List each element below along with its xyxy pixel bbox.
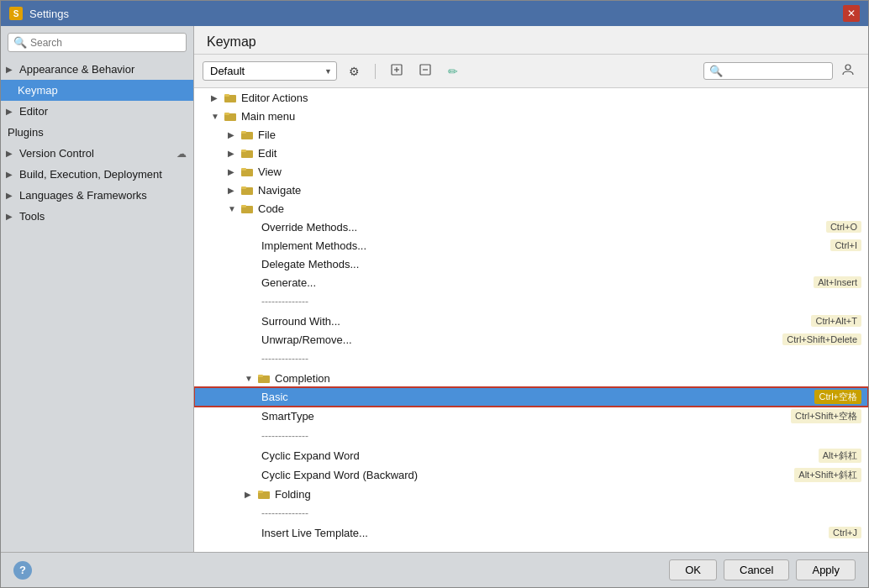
tree-row-cyclic-expand-word[interactable]: Cyclic Expand Word Alt+斜杠 (194, 446, 868, 465)
keymap-tree[interactable]: ▶ Editor Actions ▼ Main menu ▶ (194, 88, 868, 552)
svg-point-5 (845, 65, 851, 70)
sidebar-item-label: Version Control (19, 147, 94, 160)
tree-separator: -------------- (194, 426, 868, 446)
collapse-all-button[interactable] (414, 60, 436, 81)
svg-rect-19 (241, 205, 246, 207)
sidebar-item-plugins[interactable]: Plugins (1, 122, 193, 143)
tree-row-file[interactable]: ▶ File (194, 125, 868, 144)
tree-item-label: Navigate (258, 184, 861, 197)
sidebar-search-icon: 🔍 (13, 36, 27, 49)
tree-item-label: Delegate Methods... (261, 258, 861, 270)
sidebar-item-label: Keymap (18, 84, 58, 97)
gear-button[interactable]: ⚙ (344, 61, 365, 81)
profile-dropdown-wrapper[interactable]: Default (203, 61, 337, 81)
tree-row-implement-methods[interactable]: Implement Methods... Ctrl+I (194, 236, 868, 255)
tree-separator: -------------- (194, 349, 868, 369)
edit-button[interactable]: ✏ (443, 61, 463, 81)
tree-item-label: Completion (275, 372, 861, 385)
svg-rect-11 (241, 131, 246, 134)
expand-icon (391, 64, 403, 76)
sidebar-item-build[interactable]: ▶ Build, Execution, Deployment (1, 164, 193, 185)
tree-search-input[interactable] (726, 66, 827, 77)
folder-icon (224, 92, 238, 102)
tree-row-basic[interactable]: Basic Ctrl+空格 (194, 387, 868, 407)
tree-arrow-icon: ▶ (228, 130, 238, 139)
separator-label: -------------- (261, 294, 308, 309)
ok-button[interactable]: OK (669, 559, 717, 580)
tree-row-cyclic-expand-word-backward[interactable]: Cyclic Expand Word (Backward) Alt+Shift+… (194, 465, 868, 485)
tree-item-label: Main menu (241, 110, 861, 123)
tree-arrow-icon: ▼ (211, 112, 221, 121)
sidebar-item-keymap[interactable]: Keymap (1, 80, 193, 101)
folder-icon (258, 489, 271, 499)
tree-item-label: Cyclic Expand Word (Backward) (261, 469, 794, 481)
apply-button[interactable]: Apply (796, 559, 856, 580)
folder-icon (224, 111, 238, 121)
title-bar-left: S Settings (9, 7, 69, 20)
tree-row-smarttype[interactable]: SmartType Ctrl+Shift+空格 (194, 407, 868, 426)
person-icon (841, 63, 855, 76)
tree-row-surround-with[interactable]: Surround With... Ctrl+Alt+T (194, 312, 868, 330)
app-icon: S (9, 7, 23, 20)
tree-row-code[interactable]: ▼ Code (194, 199, 868, 218)
svg-rect-17 (241, 186, 246, 189)
sidebar-item-editor[interactable]: ▶ Editor (1, 101, 193, 122)
sidebar-item-version-control[interactable]: ▶ Version Control ☁ (1, 143, 193, 164)
sidebar-item-languages[interactable]: ▶ Languages & Frameworks (1, 185, 193, 206)
tree-row-insert-live-template[interactable]: Insert Live Template... Ctrl+J (194, 523, 868, 542)
tree-row-generate[interactable]: Generate... Alt+Insert (194, 273, 868, 291)
title-bar: S Settings ✕ (1, 1, 868, 26)
arrow-icon: ▶ (6, 107, 16, 116)
toolbar-right: 🔍 (703, 60, 860, 82)
tree-row-delegate-methods[interactable]: Delegate Methods... (194, 255, 868, 273)
tree-item-label: Insert Live Template... (261, 527, 829, 539)
tree-item-label: Edit (258, 147, 861, 160)
sidebar-item-label: Tools (19, 210, 45, 223)
tree-row-view[interactable]: ▶ View (194, 162, 868, 181)
tree-row-editor-actions[interactable]: ▶ Editor Actions (194, 88, 868, 107)
shortcut-badge: Alt+Insert (814, 276, 861, 288)
sidebar-search[interactable]: 🔍 (8, 33, 187, 52)
profile-dropdown[interactable]: Default (203, 61, 337, 81)
cancel-button[interactable]: Cancel (724, 559, 789, 580)
tree-search[interactable]: 🔍 (703, 62, 833, 80)
sidebar-item-label: Plugins (8, 126, 44, 139)
tree-row-override-methods[interactable]: Override Methods... Ctrl+O (194, 218, 868, 236)
shortcut-badge: Ctrl+Shift+空格 (791, 409, 861, 423)
folder-icon (241, 129, 255, 139)
tree-row-navigate[interactable]: ▶ Navigate (194, 181, 868, 199)
arrow-icon: ▶ (6, 191, 16, 200)
person-icon-button[interactable] (836, 60, 860, 82)
tree-item-label: Basic (261, 391, 814, 403)
sidebar-item-tools[interactable]: ▶ Tools (1, 206, 193, 227)
tree-row-unwrap[interactable]: Unwrap/Remove... Ctrl+Shift+Delete (194, 330, 868, 349)
shortcut-badge: Ctrl+Shift+Delete (782, 333, 861, 345)
keymap-toolbar: Default ⚙ ✏ 🔍 (194, 55, 868, 88)
sidebar-search-input[interactable] (30, 37, 181, 49)
tree-arrow-icon: ▶ (228, 149, 238, 158)
main-content-area: 🔍 ▶ Appearance & Behavior Keymap ▶ Edito… (1, 26, 868, 552)
action-buttons: OK Cancel Apply (669, 559, 856, 580)
tree-item-label: View (258, 165, 861, 178)
tree-item-label: Surround With... (261, 315, 811, 328)
tree-row-edit[interactable]: ▶ Edit (194, 144, 868, 162)
sidebar-item-label: Editor (19, 105, 48, 118)
help-button[interactable]: ? (13, 561, 32, 580)
close-button[interactable]: ✕ (843, 5, 860, 22)
tree-row-completion[interactable]: ▼ Completion (194, 369, 868, 387)
tree-separator: -------------- (194, 291, 868, 312)
arrow-icon: ▶ (6, 212, 16, 221)
sidebar-item-appearance[interactable]: ▶ Appearance & Behavior (1, 59, 193, 80)
tree-item-label: Folding (275, 488, 861, 501)
cloud-icon: ☁ (176, 148, 187, 160)
tree-row-folding[interactable]: ▶ Folding (194, 485, 868, 503)
folder-icon (258, 373, 271, 383)
tree-row-main-menu[interactable]: ▼ Main menu (194, 107, 868, 125)
expand-all-button[interactable] (386, 60, 408, 81)
title-bar-title: Settings (29, 8, 69, 20)
arrow-icon: ▶ (6, 65, 16, 74)
settings-window: S Settings ✕ 🔍 ▶ Appearance & Behavior K… (0, 0, 869, 588)
shortcut-badge: Ctrl+Alt+T (811, 315, 861, 327)
sidebar-item-label: Appearance & Behavior (19, 63, 134, 76)
tree-item-label: Code (258, 202, 861, 215)
